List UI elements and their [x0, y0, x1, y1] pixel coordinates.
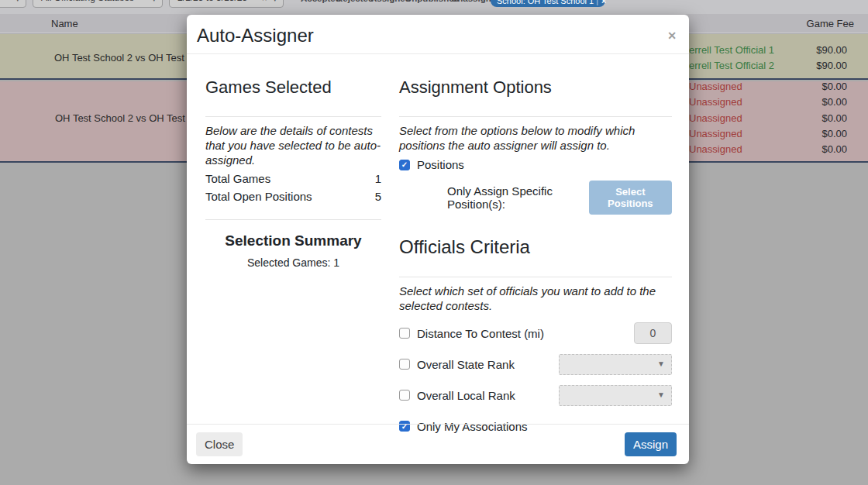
- clear-icon[interactable]: ×: [262, 0, 267, 3]
- stat-value: 5: [375, 190, 381, 203]
- chevron-down-icon: ▾: [273, 0, 277, 3]
- state-rank-label: Overall State Rank: [417, 358, 515, 371]
- state-rank-select[interactable]: ▼: [559, 354, 672, 375]
- divider: [205, 219, 381, 220]
- assignment-options-section: Assignment Options Select from the optio…: [399, 77, 672, 437]
- stat-total-open-positions: Total Open Positions 5: [205, 190, 381, 203]
- official-name-link[interactable]: errell Test Official 1: [689, 44, 774, 56]
- unassigned-slot-link[interactable]: Unassigned: [689, 81, 742, 92]
- filter-bar: ▾ All Officiating Statuses ▾ 2/1/25 to 3…: [0, 0, 868, 14]
- chevron-down-icon: ▾: [16, 0, 19, 3]
- assignment-options-heading: Assignment Options: [399, 77, 672, 98]
- modal-title: Auto-Assigner: [197, 25, 314, 46]
- close-icon[interactable]: ✕: [667, 30, 677, 41]
- modal-footer: Close Assign: [187, 424, 689, 464]
- divider: [205, 116, 381, 117]
- modal-body: Games Selected Below are the details of …: [187, 54, 689, 424]
- auto-assigner-modal: Auto-Assigner ✕ Games Selected Below are…: [187, 15, 689, 464]
- specific-positions-row: Only Assign Specific Position(s): Select…: [399, 181, 672, 215]
- officials-criteria-heading: Officials Criteria: [399, 236, 672, 258]
- distance-input[interactable]: [634, 322, 672, 344]
- officiating-status-select[interactable]: All Officiating Statuses ▾: [33, 0, 163, 8]
- assign-button[interactable]: Assign: [625, 432, 677, 456]
- unassigned-slot-link[interactable]: Unassigned: [689, 143, 742, 155]
- selection-summary-line: Selected Games: 1: [205, 256, 381, 269]
- games-selected-heading: Games Selected: [205, 77, 381, 98]
- distance-checkbox[interactable]: [399, 328, 410, 339]
- unassigned-slot-link[interactable]: Unassigned: [689, 96, 742, 108]
- modal-header: Auto-Assigner ✕: [187, 15, 689, 54]
- game-fee-value: $0.00: [822, 143, 847, 155]
- stat-value: 1: [375, 172, 381, 185]
- column-header-name[interactable]: Name: [51, 18, 78, 29]
- assignment-options-description: Select from the options below to modify …: [399, 123, 672, 153]
- local-rank-checkbox[interactable]: [399, 390, 410, 401]
- official-name-link[interactable]: errell Test Official 2: [689, 60, 774, 71]
- positions-checkbox[interactable]: [399, 160, 410, 170]
- select-positions-button[interactable]: Select Positions: [589, 181, 672, 215]
- date-range-select[interactable]: 2/1/25 to 3/15/25 × ▾: [169, 0, 284, 8]
- page-size-select[interactable]: ▾: [0, 0, 26, 8]
- divider: [399, 277, 672, 277]
- chip-close-icon[interactable]: ×: [601, 0, 606, 5]
- status-label-assigned[interactable]: Assigned: [370, 0, 411, 3]
- officials-criteria-description: Select which set of officials you want t…: [399, 284, 672, 313]
- criteria-row-state-rank: Overall State Rank ▼: [399, 353, 672, 375]
- school-filter-label: School: OH Test School 1: [497, 0, 594, 5]
- game-fee-value: $0.00: [822, 112, 847, 124]
- criteria-row-distance: Distance To Contest (mi): [399, 322, 672, 344]
- game-fee-value: $0.00: [822, 128, 847, 139]
- positions-checkbox-label: Positions: [417, 158, 464, 171]
- game-fee-value: $0.00: [822, 96, 847, 108]
- selection-summary-heading: Selection Summary: [205, 232, 381, 249]
- stat-label: Total Games: [205, 172, 270, 185]
- divider: [399, 116, 672, 117]
- specific-positions-label: Only Assign Specific Position(s):: [447, 184, 589, 211]
- distance-label: Distance To Contest (mi): [417, 327, 544, 340]
- criteria-row-local-rank: Overall Local Rank ▼: [399, 384, 672, 406]
- state-rank-checkbox[interactable]: [399, 359, 410, 370]
- games-selected-section: Games Selected Below are the details of …: [205, 77, 381, 269]
- chevron-down-icon: ▼: [657, 390, 665, 399]
- stat-total-games: Total Games 1: [205, 172, 381, 185]
- school-filter-chip[interactable]: School: OH Test School 1 | ×: [491, 0, 605, 7]
- app-window: ▾ All Officiating Statuses ▾ 2/1/25 to 3…: [0, 0, 868, 485]
- local-rank-select[interactable]: ▼: [559, 385, 672, 406]
- unassigned-slot-link[interactable]: Unassigned: [689, 128, 742, 139]
- chip-divider: |: [596, 0, 598, 5]
- games-selected-description: Below are the details of contests that y…: [205, 123, 381, 167]
- status-label-accepted[interactable]: Accepted: [301, 0, 341, 3]
- column-header-game-fee[interactable]: Game Fee: [807, 18, 854, 29]
- local-rank-label: Overall Local Rank: [417, 389, 515, 402]
- game-fee-value: $0.00: [822, 81, 847, 92]
- close-button[interactable]: Close: [196, 432, 243, 456]
- chevron-down-icon: ▾: [152, 0, 156, 3]
- unassigned-slot-link[interactable]: Unassigned: [689, 112, 742, 124]
- game-fee-value: $90.00: [816, 44, 847, 56]
- positions-checkbox-row: Positions: [399, 158, 672, 171]
- game-fee-value: $90.00: [816, 60, 847, 71]
- stat-label: Total Open Positions: [205, 190, 312, 203]
- date-range-value: 2/1/25 to 3/15/25: [177, 0, 247, 3]
- chevron-down-icon: ▼: [657, 359, 665, 368]
- officiating-status-value: All Officiating Statuses: [41, 0, 134, 3]
- status-label-rejected[interactable]: Rejected: [336, 0, 374, 3]
